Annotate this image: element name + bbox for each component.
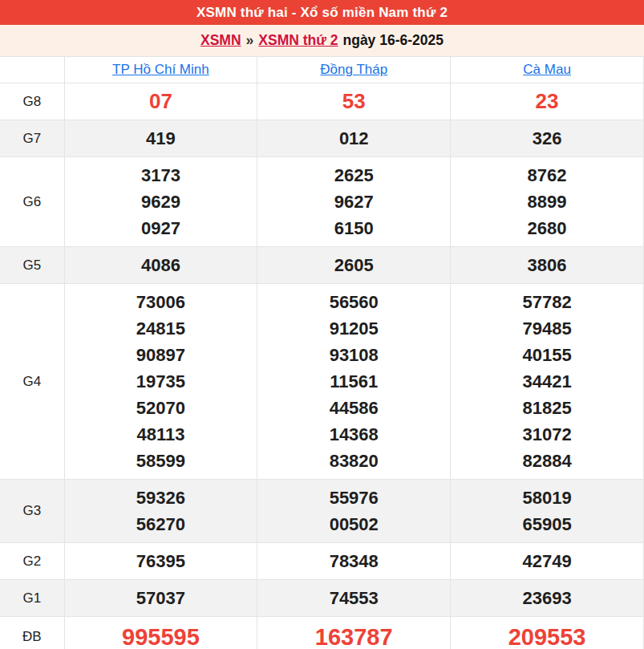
result-number: 53 (257, 88, 450, 115)
table-row: G1570377455323693 (0, 580, 644, 617)
result-cell: 57782794854015534421818253107282884 (451, 284, 644, 480)
prize-label: G7 (0, 120, 64, 157)
result-number: 9629 (65, 189, 257, 215)
result-number: 58599 (65, 448, 257, 474)
result-number: 59326 (65, 485, 257, 511)
result-number: 78348 (257, 548, 450, 574)
result-number: 2625 (257, 162, 450, 189)
result-number: 56560 (257, 289, 450, 315)
result-number: 209553 (451, 622, 643, 649)
table-row: G473006248159089719735520704811358599565… (0, 284, 644, 480)
result-cell: 209553 (451, 617, 644, 649)
result-number: 326 (451, 125, 643, 152)
result-number: 42749 (451, 548, 643, 574)
table-row: G8075323 (0, 83, 644, 120)
result-cell: 5932656270 (64, 480, 257, 543)
result-number: 6150 (257, 215, 450, 241)
result-number: 79485 (451, 315, 643, 342)
result-number: 3173 (65, 162, 257, 189)
result-number: 56270 (65, 511, 257, 537)
prize-label: G5 (0, 247, 64, 284)
result-number: 73006 (65, 289, 257, 315)
result-number: 995595 (65, 622, 257, 649)
result-cell: 326 (451, 120, 644, 157)
result-number: 93108 (257, 342, 450, 368)
result-cell: 4086 (64, 247, 257, 284)
result-number: 55976 (257, 485, 450, 511)
result-cell: 5597600502 (257, 480, 451, 543)
table-row: G6317396290927262596276150876288992680 (0, 157, 644, 247)
table-row: G7419012326 (0, 120, 644, 157)
prize-label: ĐB (0, 617, 64, 649)
result-cell: 876288992680 (451, 157, 644, 247)
prize-label: G1 (0, 580, 64, 617)
result-number: 74553 (257, 585, 450, 611)
breadcrumb-link-xsmn[interactable]: XSMN (200, 32, 241, 49)
province-header-cell: Đồng Tháp (257, 57, 451, 83)
result-cell: 012 (257, 120, 451, 157)
result-number: 8762 (451, 162, 643, 189)
prize-label: G3 (0, 480, 64, 543)
result-number: 163787 (257, 622, 450, 649)
result-number: 76395 (65, 548, 257, 574)
result-cell: 317396290927 (64, 157, 257, 247)
result-cell: 78348 (257, 543, 451, 580)
table-row: ĐB995595163787209553 (0, 617, 644, 649)
result-number: 23 (451, 88, 643, 115)
result-number: 91205 (257, 315, 450, 342)
result-number: 14368 (257, 421, 450, 448)
prize-label: G8 (0, 83, 64, 120)
result-cell: 57037 (64, 580, 257, 617)
result-cell: 163787 (257, 617, 451, 649)
province-header-cell: TP Hồ Chí Minh (64, 57, 257, 83)
result-number: 012 (257, 125, 450, 152)
breadcrumb-separator: » (246, 32, 254, 49)
result-cell: 262596276150 (257, 157, 451, 247)
result-number: 2680 (451, 215, 643, 241)
result-cell: 56560912059310811561445861436883820 (257, 284, 451, 480)
result-number: 82884 (451, 448, 643, 474)
result-number: 58019 (451, 485, 643, 511)
result-number: 0927 (65, 215, 257, 241)
page-title: XSMN thứ hai - Xổ số miền Nam thứ 2 (196, 5, 448, 21)
result-number: 9627 (257, 189, 450, 215)
result-cell: 23693 (451, 580, 644, 617)
result-cell: 5801965905 (451, 480, 644, 543)
result-number: 00502 (257, 511, 450, 537)
result-number: 81825 (451, 395, 643, 421)
result-cell: 53 (257, 83, 451, 120)
result-number: 40155 (451, 342, 643, 368)
result-number: 11561 (257, 368, 450, 395)
province-link-3[interactable]: Cà Mau (523, 62, 571, 77)
result-cell: 995595 (64, 617, 257, 649)
breadcrumb-link-xsmn-thu2[interactable]: XSMN thứ 2 (258, 32, 338, 49)
result-number: 52070 (65, 395, 257, 421)
result-number: 2605 (257, 252, 450, 278)
result-number: 48113 (65, 421, 257, 448)
result-number: 8899 (451, 189, 643, 215)
result-number: 57782 (451, 289, 643, 315)
result-number: 23693 (451, 585, 643, 611)
result-cell: 42749 (451, 543, 644, 580)
breadcrumb-date: ngày 16-6-2025 (343, 32, 444, 49)
result-number: 4086 (65, 252, 257, 278)
province-header-cell: Cà Mau (451, 57, 644, 83)
result-number: 44586 (257, 395, 450, 421)
result-cell: 3806 (451, 247, 644, 284)
result-number: 07 (65, 88, 257, 115)
result-number: 34421 (451, 368, 643, 395)
result-cell: 2605 (257, 247, 451, 284)
results-table: TP Hồ Chí MinhĐồng ThápCà Mau G8075323G7… (0, 56, 644, 649)
result-cell: 73006248159089719735520704811358599 (64, 284, 257, 480)
table-row: G2763957834842749 (0, 543, 644, 580)
result-cell: 76395 (64, 543, 257, 580)
table-row: G5408626053806 (0, 247, 644, 284)
province-link-1[interactable]: TP Hồ Chí Minh (112, 62, 209, 77)
result-number: 31072 (451, 421, 643, 448)
result-cell: 07 (64, 83, 257, 120)
result-cell: 419 (64, 120, 257, 157)
prize-label: G6 (0, 157, 64, 247)
province-link-2[interactable]: Đồng Tháp (320, 62, 387, 77)
breadcrumb: XSMN » XSMN thứ 2 ngày 16-6-2025 (0, 25, 644, 56)
result-number: 90897 (65, 342, 257, 368)
